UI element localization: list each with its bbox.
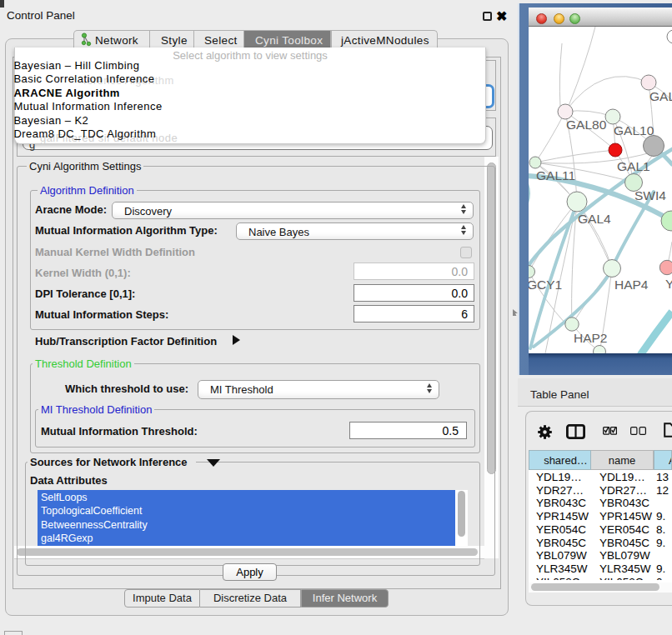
svg-text:HAP4: HAP4	[614, 278, 649, 292]
svg-text:SWI4: SWI4	[634, 188, 666, 202]
svg-text:Y: Y	[665, 277, 672, 291]
svg-text:GCY1: GCY1	[529, 278, 562, 292]
svg-text:GAL10: GAL10	[614, 123, 654, 138]
svg-text:GAL11: GAL11	[536, 168, 575, 182]
svg-text:GAL4: GAL4	[578, 212, 611, 226]
svg-text:GAL: GAL	[649, 89, 672, 103]
svg-text:GAL1: GAL1	[617, 159, 650, 173]
svg-text:GAL80: GAL80	[566, 118, 607, 132]
svg-text:HAP2: HAP2	[574, 331, 608, 345]
